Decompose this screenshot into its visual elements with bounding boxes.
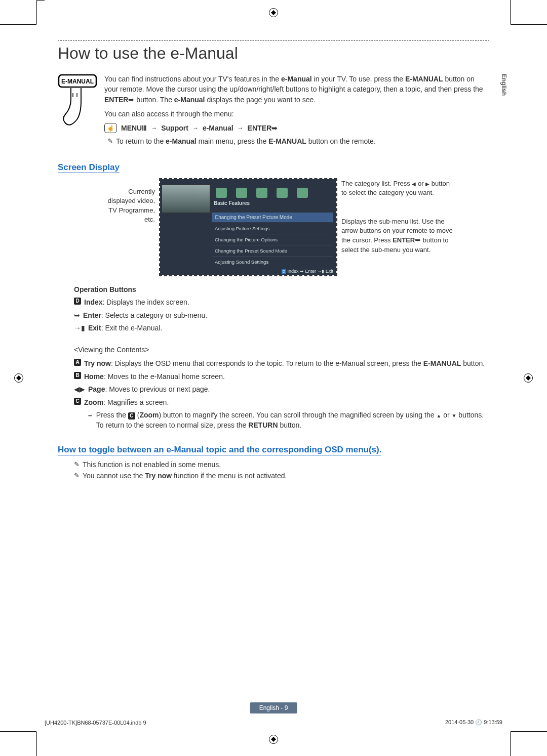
path-segment: Support [161,124,188,132]
badge-d: D [74,298,81,305]
badge-c: C [74,398,81,405]
print-registration-top [269,8,278,17]
intro-paragraph-2: You can also access it through the menu: [104,109,489,119]
section-heading-toggle: How to toggle between an e-Manual topic … [58,445,381,455]
screenshot-footer-hints: DIndex ➥ Enter →▮ Exit [281,269,333,274]
crop-mark [511,731,547,732]
screenshot-submenu-list: Adjusting Picture Settings Changing the … [212,223,333,267]
crop-mark [36,732,37,756]
note-item: ✎ This function is not enabled in some m… [74,460,489,469]
right-callouts: The category list. Press ◀ or ▶ button t… [341,179,453,255]
category-icon [216,188,227,198]
operation-item-home: B Home: Moves to the e-Manual home scree… [74,372,489,382]
enter-icon: ➥ [415,236,421,244]
note-item: ✎ To return to the e-Manual main menu, p… [107,137,489,145]
triangle-down-icon: ▼ [452,413,457,418]
enter-icon: ➥ [128,96,134,104]
dash-bullet: – [88,411,92,421]
exit-icon: →▮ [74,323,85,333]
badge-b: B [74,372,81,379]
print-registration-bottom [269,735,278,744]
print-filename: [UH4200-TK]BN68-05737E-00L04.indb 9 [45,720,146,726]
print-registration-left [14,373,23,383]
operation-item-zoom: C Zoom: Magnifies a screen. [74,398,489,408]
right-callout-1: The category list. Press ◀ or ▶ button t… [341,179,453,197]
operation-item-page: ◀▶ Page: Moves to previous or next page. [74,385,489,395]
emanual-screenshot: Basic Features Changing the Preset Pictu… [160,179,336,275]
path-segment: ENTER➥ [248,124,278,132]
enter-icon: ➥ [271,124,278,132]
badge-a: A [74,359,81,366]
operation-item-index: D Index: Displays the index screen. [74,298,489,308]
note-bullet-icon: ✎ [74,460,80,468]
screen-display-layout: Currently displayed video, TV Programme,… [58,179,489,275]
toggle-notes: ✎ This function is not enabled in some m… [58,460,489,480]
right-callout-2: Displays the sub-menu list. Use the arro… [341,217,453,255]
left-right-icon: ◀▶ [74,385,85,395]
path-segment: MENUⅢ [121,124,147,132]
crop-mark [0,731,36,732]
crop-mark [510,732,511,756]
intro-section: E-MANUAL You can find instructions about… [58,74,489,148]
category-icon [256,188,267,198]
note-text: You cannot use the Try now function if t… [83,472,287,480]
print-datetime: 2014-05-30 🕘 9:13:59 [445,719,502,726]
screenshot-category-header: Basic Features [214,200,250,206]
path-segment: e-Manual [203,124,233,132]
crop-mark [36,0,45,24]
crop-mark [511,24,547,25]
screenshot-submenu-item: Adjusting Sound Settings [212,256,333,267]
triangle-up-icon: ▲ [436,413,441,418]
operation-item-enter: ➥ Enter: Selects a category or sub-menu. [74,311,489,321]
note-item: ✎ You cannot use the Try now function if… [74,472,489,480]
page-title: How to use the e-Manual [58,44,489,63]
remote-button-icon: ☝ [104,123,117,133]
screenshot-video-thumbnail [162,185,210,213]
badge-c: C [128,412,135,419]
category-icon [277,188,288,198]
screenshot-submenu-item: Changing the Picture Options [212,234,333,245]
operation-item-exit: →▮ Exit: Exit the e-Manual. [74,323,489,333]
category-icon [236,188,247,198]
page-number-label: English - 9 [250,702,297,713]
enter-icon: ➥ [74,311,80,321]
print-registration-right [524,373,533,383]
language-tab: English [500,74,507,96]
operation-buttons-heading: Operation Buttons [74,285,489,293]
note-text: This function is not enabled in some men… [83,460,221,469]
arrow-right-icon: → [238,124,244,132]
enter-icon: ➥ [300,269,305,274]
remote-illustration: E-MANUAL [58,74,97,148]
zoom-subnote: – Press the C (Zoom) button to magnify t… [88,410,489,430]
badge-d: D [282,269,287,274]
page-content: English How to use the e-Manual E-MANUAL… [58,40,489,710]
menu-path: ☝ MENUⅢ → Support → e-Manual → ENTER➥ [104,123,489,133]
note-bullet-icon: ✎ [74,472,80,479]
arrow-right-icon: → [151,124,157,132]
exit-icon: →▮ [317,269,326,274]
left-callout: Currently displayed video, TV Programme,… [94,179,155,224]
note-bullet-icon: ✎ [107,137,113,145]
screenshot-submenu-item: Adjusting Picture Settings [212,223,333,234]
intro-paragraph-1: You can find instructions about your TV'… [104,74,489,105]
crop-mark [510,0,511,24]
operation-buttons-section: Operation Buttons D Index: Displays the … [58,285,489,430]
screenshot-submenu-item: Changing the Preset Sound Mode [212,245,333,256]
viewing-contents-heading: <Viewing the Contents> [74,346,489,354]
section-heading-screen-display: Screen Display [58,162,120,173]
screenshot-selected-item: Changing the Preset Picture Mode [212,213,333,222]
operation-item-trynow: A Try now: Displays the OSD menu that co… [74,359,489,369]
category-icon [297,188,308,198]
menu-icon: Ⅲ [142,124,147,132]
crop-mark [0,24,36,25]
page-footer: English - 9 [250,702,297,713]
arrow-right-icon: → [192,124,199,132]
note-text: To return to the e-Manual main menu, pre… [116,137,376,145]
remote-button-label: E-MANUAL [61,78,94,85]
screenshot-category-icons [216,186,333,199]
intro-text: You can find instructions about your TV'… [104,74,489,148]
dashed-divider [58,40,489,41]
